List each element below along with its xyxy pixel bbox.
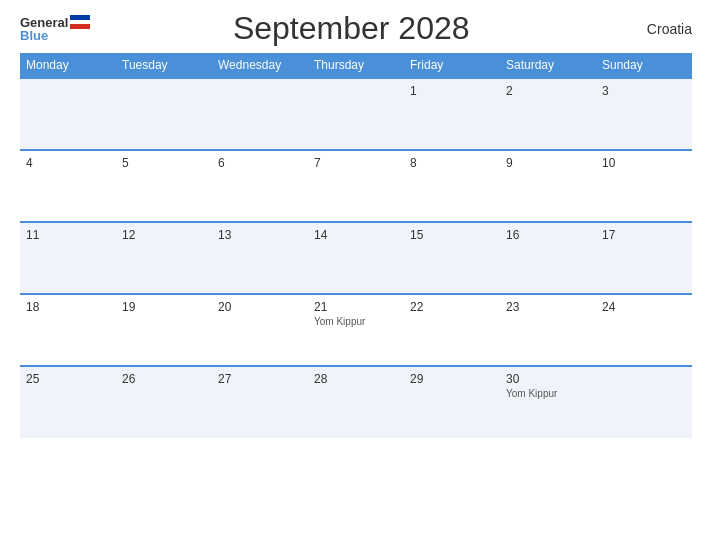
day-cell — [596, 366, 692, 438]
col-thursday: Thursday — [308, 53, 404, 78]
day-cell — [20, 78, 116, 150]
col-wednesday: Wednesday — [212, 53, 308, 78]
col-tuesday: Tuesday — [116, 53, 212, 78]
logo: General Blue — [20, 15, 90, 42]
logo-general-text: General — [20, 16, 68, 29]
col-saturday: Saturday — [500, 53, 596, 78]
weekday-header-row: Monday Tuesday Wednesday Thursday Friday… — [20, 53, 692, 78]
week-row: 1 2 3 — [20, 78, 692, 150]
day-cell: 19 — [116, 294, 212, 366]
day-cell — [116, 78, 212, 150]
day-cell: 21 Yom Kippur — [308, 294, 404, 366]
day-cell: 26 — [116, 366, 212, 438]
day-cell: 15 — [404, 222, 500, 294]
day-cell: 20 — [212, 294, 308, 366]
day-cell: 28 — [308, 366, 404, 438]
day-cell: 18 — [20, 294, 116, 366]
day-cell: 29 — [404, 366, 500, 438]
calendar-header: Monday Tuesday Wednesday Thursday Friday… — [20, 53, 692, 78]
col-friday: Friday — [404, 53, 500, 78]
week-row: 11 12 13 14 15 16 17 — [20, 222, 692, 294]
calendar-body: 1 2 3 4 5 6 7 8 9 10 11 12 13 14 15 16 — [20, 78, 692, 438]
day-cell: 8 — [404, 150, 500, 222]
day-cell: 30 Yom Kippur — [500, 366, 596, 438]
week-row: 25 26 27 28 29 30 Yom Kippur — [20, 366, 692, 438]
day-cell: 13 — [212, 222, 308, 294]
day-cell: 10 — [596, 150, 692, 222]
col-sunday: Sunday — [596, 53, 692, 78]
logo-blue-text: Blue — [20, 29, 48, 42]
day-cell: 12 — [116, 222, 212, 294]
calendar-page: General Blue September 2028 Croatia Mond… — [0, 0, 712, 550]
week-row: 18 19 20 21 Yom Kippur 22 23 24 — [20, 294, 692, 366]
country-label: Croatia — [612, 21, 692, 37]
day-cell: 3 — [596, 78, 692, 150]
day-cell: 27 — [212, 366, 308, 438]
day-cell: 2 — [500, 78, 596, 150]
header: General Blue September 2028 Croatia — [20, 10, 692, 47]
col-monday: Monday — [20, 53, 116, 78]
day-cell: 5 — [116, 150, 212, 222]
day-cell: 6 — [212, 150, 308, 222]
calendar-table: Monday Tuesday Wednesday Thursday Friday… — [20, 53, 692, 438]
day-cell: 1 — [404, 78, 500, 150]
day-cell: 17 — [596, 222, 692, 294]
week-row: 4 5 6 7 8 9 10 — [20, 150, 692, 222]
day-cell: 23 — [500, 294, 596, 366]
day-cell: 9 — [500, 150, 596, 222]
day-cell: 24 — [596, 294, 692, 366]
day-cell: 22 — [404, 294, 500, 366]
svg-rect-2 — [70, 24, 90, 29]
day-cell: 7 — [308, 150, 404, 222]
day-cell: 11 — [20, 222, 116, 294]
day-cell — [308, 78, 404, 150]
day-cell: 14 — [308, 222, 404, 294]
svg-rect-1 — [70, 20, 90, 24]
day-cell — [212, 78, 308, 150]
day-cell: 25 — [20, 366, 116, 438]
day-cell: 4 — [20, 150, 116, 222]
logo-flag-icon — [70, 15, 90, 29]
day-cell: 16 — [500, 222, 596, 294]
calendar-title: September 2028 — [90, 10, 612, 47]
